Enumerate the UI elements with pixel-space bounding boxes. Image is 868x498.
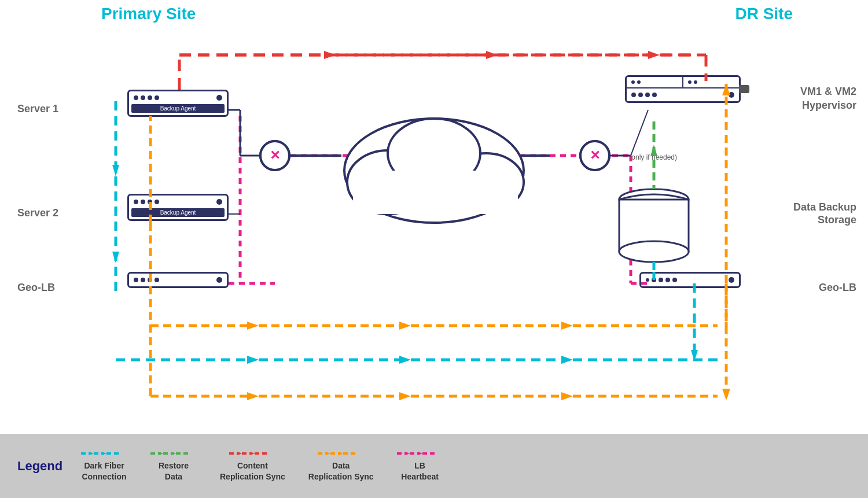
svg-marker-21 [247,322,259,330]
legend-bar: Legend Dark FiberConnection RestoreData … [0,434,868,498]
geolb-right-box [639,272,741,288]
svg-marker-41 [171,452,176,455]
svg-marker-29 [561,392,573,400]
svg-marker-9 [648,51,660,59]
only-if-needed-label: (only if needed) [629,153,677,163]
legend-content-replication: ContentReplication Sync [220,450,285,481]
legend-restore: RestoreData [150,450,197,481]
svg-marker-44 [237,452,242,455]
svg-marker-54 [405,452,410,455]
legend-dark-fiber-label: Dark FiberConnection [82,460,127,481]
svg-marker-26 [561,356,573,364]
legend-title: Legend [17,459,64,474]
svg-point-15 [388,119,480,188]
svg-marker-24 [247,356,259,364]
svg-marker-28 [399,392,411,400]
dr-site-title: DR Site [735,5,793,23]
geolb-left-box [127,272,229,288]
svg-marker-32 [691,350,698,361]
svg-marker-56 [418,452,422,455]
hypervisor-box [625,75,741,103]
cross-left: ✕ [259,140,290,171]
svg-marker-23 [561,322,573,330]
svg-marker-8 [486,51,498,59]
legend-lb-heartbeat-label: LBHeartbeat [401,460,439,481]
legend-restore-label: RestoreData [159,460,189,481]
internet-label: Internet [359,188,414,206]
server2-label: Server 2 [17,207,58,219]
svg-marker-27 [247,392,259,400]
data-backup-label: Data Backup [793,201,856,213]
svg-marker-25 [399,356,411,364]
svg-marker-22 [399,322,411,330]
storage-label: Storage [818,214,856,226]
svg-marker-11 [112,252,119,263]
server1-label: Server 1 [17,103,58,115]
svg-marker-49 [326,452,330,455]
diagram-container: Primary Site DR Site Server 1 Server 2 G… [0,0,868,434]
hypervisor-label: Hypervisor [802,99,856,112]
legend-data-replication: DataReplication Sync [308,450,374,481]
primary-site-title: Primary Site [101,5,196,23]
legend-lb-heartbeat: LBHeartbeat [397,450,443,481]
legend-data-replication-label: DataReplication Sync [308,460,374,481]
svg-marker-36 [102,452,106,455]
svg-marker-51 [339,452,343,455]
cross-right: ✕ [579,140,610,171]
backup-agent-2: Backup Agent [131,208,225,217]
usb-plug [739,85,749,93]
server1-box: Backup Agent [127,90,229,117]
backup-agent-1: Backup Agent [131,104,225,113]
svg-marker-34 [89,452,94,455]
svg-point-14 [448,153,524,211]
legend-dark-fiber: Dark FiberConnection [81,450,127,481]
geolb-left-label: Geo-LB [17,282,55,294]
legend-content-replication-label: ContentReplication Sync [220,460,285,481]
svg-point-12 [344,119,524,223]
svg-marker-31 [722,389,730,400]
server2-box: Backup Agent [127,194,229,221]
svg-rect-18 [619,200,689,252]
vm-label: VM1 & VM2 [800,86,856,98]
svg-point-17 [619,189,689,210]
svg-marker-46 [250,452,255,455]
cloud-icon [344,119,524,223]
svg-marker-7 [324,51,336,59]
svg-marker-10 [112,165,119,176]
svg-point-19 [619,241,689,262]
geolb-right-label: Geo-LB [819,282,856,294]
svg-marker-39 [159,452,163,455]
